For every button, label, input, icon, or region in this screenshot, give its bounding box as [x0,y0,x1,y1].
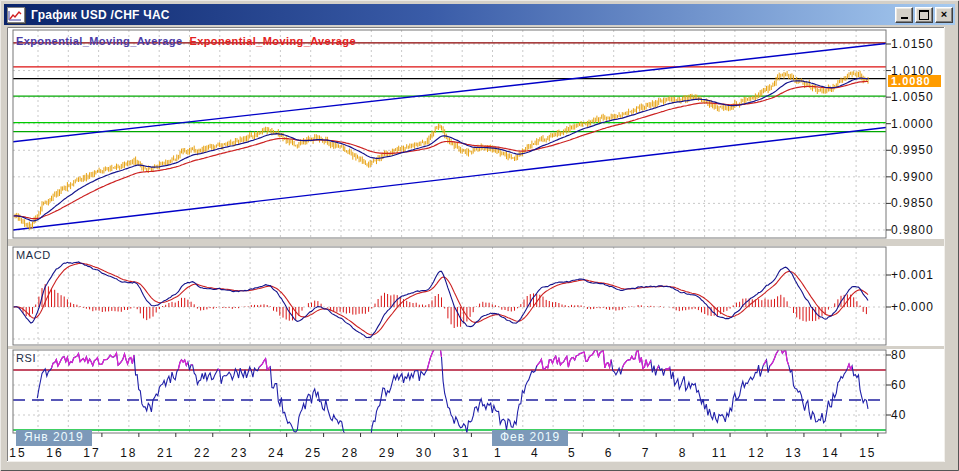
minimize-icon [901,17,908,19]
title-bar[interactable]: График USD /CHF ЧАС × [4,4,955,25]
close-button[interactable]: × [935,7,953,23]
maximize-button[interactable] [915,7,933,23]
chart-canvas[interactable] [0,0,959,471]
close-icon: × [941,9,947,20]
app-icon [7,7,25,23]
minimize-button[interactable] [895,7,913,23]
window-title: График USD /CHF ЧАС [31,8,893,22]
maximize-icon [919,10,929,20]
chart-window: { "window": { "title": "График USD /CHF … [0,0,959,471]
